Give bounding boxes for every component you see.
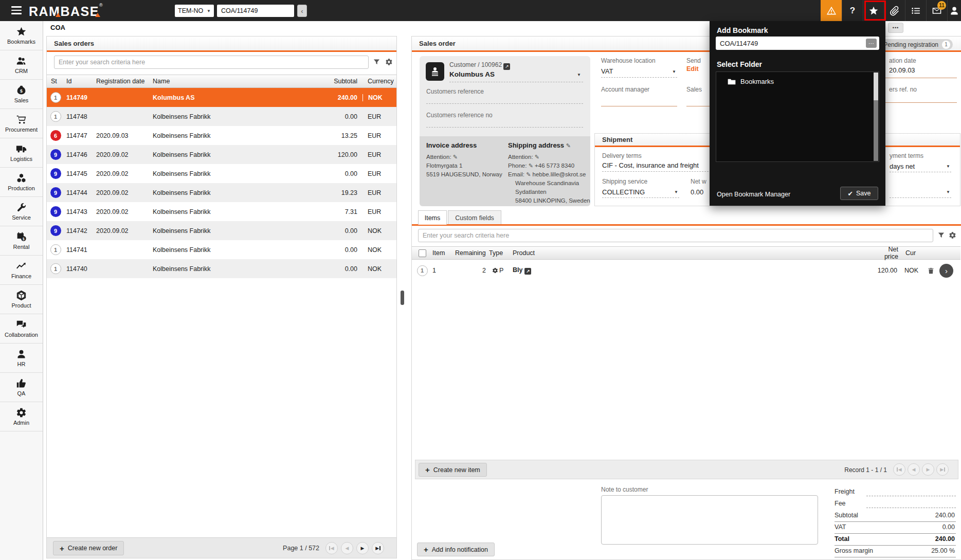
open-bookmark-manager-link[interactable]: Open Bookmark Manager bbox=[717, 191, 790, 198]
table-row[interactable]: 1 114749 Kolumbus AS 240.00 NOK bbox=[47, 88, 396, 107]
folder-item-bookmarks[interactable]: Bookmarks bbox=[716, 72, 879, 85]
create-new-item-button[interactable]: +Create new item bbox=[419, 463, 487, 477]
sidebar-item-product[interactable]: Product bbox=[0, 285, 43, 314]
table-row[interactable]: 9 114744 2020.09.02 Kolbeinsens Fabrikk … bbox=[47, 183, 396, 202]
items-search-input[interactable] bbox=[418, 229, 933, 242]
item-expand-button[interactable]: › bbox=[939, 264, 953, 278]
more-options-button[interactable]: ••• bbox=[888, 23, 903, 33]
delivery-terms-field[interactable]: CIF - Cost, insurance and freight bbox=[602, 161, 721, 172]
edit-pencil-icon[interactable]: ✎ bbox=[535, 154, 539, 160]
help-button[interactable]: ? bbox=[842, 0, 863, 21]
sidebar-item-crm[interactable]: CRM bbox=[0, 50, 43, 80]
gear-icon bbox=[16, 407, 27, 418]
col-st[interactable]: St bbox=[47, 78, 64, 85]
tab-custom-fields[interactable]: Custom fields bbox=[448, 210, 501, 225]
item-row[interactable]: 1 1 2 P Bly ↗ 120.00 NOK › bbox=[412, 260, 960, 281]
delivery-terms-label: Delivery terms bbox=[602, 152, 642, 159]
insert-field-icon[interactable]: ⋯ bbox=[866, 39, 877, 48]
table-row[interactable]: 6 114747 2020.09.03 Kolbeinsens Fabrikk … bbox=[47, 126, 396, 145]
select-all-checkbox[interactable] bbox=[419, 249, 426, 257]
previous-record-button[interactable]: ◀ bbox=[908, 463, 920, 476]
warning-button[interactable] bbox=[821, 0, 842, 21]
add-bookmark-popup: Add Bookmark ⋯ Select Folder Bookmarks O… bbox=[710, 21, 885, 206]
previous-page-button[interactable]: ◀ bbox=[341, 542, 353, 554]
col-id[interactable]: Id bbox=[64, 78, 96, 85]
save-bookmark-button[interactable]: ✔Save bbox=[840, 187, 878, 200]
edit-pencil-icon[interactable]: ✎ bbox=[566, 142, 571, 149]
global-search-input[interactable] bbox=[217, 5, 294, 17]
table-row[interactable]: 1 114740 Kolbeinsens Fabrikk 0.00 NOK bbox=[47, 259, 396, 278]
tab-items[interactable]: Items bbox=[418, 210, 447, 225]
col-registration-date[interactable]: Registration date bbox=[96, 78, 153, 85]
sidebar-item-finance[interactable]: Finance bbox=[0, 256, 43, 285]
items-filter-icon[interactable] bbox=[937, 231, 945, 239]
col-net-price[interactable]: Net price bbox=[873, 246, 898, 260]
edit-pencil-icon[interactable]: ✎ bbox=[529, 162, 533, 169]
first-record-button[interactable]: ◀ bbox=[893, 463, 905, 476]
first-page-button[interactable]: ◀ bbox=[325, 542, 338, 554]
extra-dropdown-field[interactable]: ▼ bbox=[890, 187, 951, 198]
sidebar-item-production[interactable]: Production bbox=[0, 168, 43, 197]
open-customer-icon[interactable]: ↗ bbox=[503, 63, 510, 70]
delete-item-icon[interactable] bbox=[922, 267, 939, 275]
last-page-button[interactable]: ▶ bbox=[372, 542, 384, 554]
filter-icon[interactable] bbox=[373, 58, 380, 66]
edit-pencil-icon[interactable]: ✎ bbox=[526, 171, 531, 177]
attachments-button[interactable] bbox=[884, 0, 905, 21]
sidebar-item-bookmarks[interactable]: Bookmarks bbox=[0, 21, 43, 50]
scope-select[interactable]: TEM-NO▼ bbox=[175, 5, 214, 17]
edit-pencil-icon[interactable]: ✎ bbox=[453, 154, 458, 160]
col-name[interactable]: Name bbox=[153, 78, 313, 85]
sidebar-item-procurement[interactable]: Procurement bbox=[0, 109, 43, 138]
table-row[interactable]: 1 114741 Kolbeinsens Fabrikk 0.00 NOK bbox=[47, 240, 396, 259]
table-row[interactable]: 9 114746 2020.09.02 Kolbeinsens Fabrikk … bbox=[47, 145, 396, 164]
settings-gear-icon[interactable] bbox=[385, 58, 393, 66]
sidebar-item-collaboration[interactable]: Collaboration bbox=[0, 314, 43, 344]
note-to-customer-textarea[interactable] bbox=[601, 495, 818, 545]
next-page-button[interactable]: ▶ bbox=[356, 542, 369, 554]
next-record-button[interactable]: ▶ bbox=[922, 463, 934, 476]
sales-orders-search-input[interactable] bbox=[54, 56, 369, 69]
col-item[interactable]: Item bbox=[432, 249, 455, 257]
col-type[interactable]: Type bbox=[489, 249, 513, 257]
warehouse-location-select[interactable]: VAT ▼ bbox=[601, 66, 677, 78]
bookmark-name-input[interactable] bbox=[716, 37, 879, 50]
task-list-button[interactable] bbox=[905, 0, 926, 21]
last-record-button[interactable]: ▶ bbox=[936, 463, 949, 476]
open-product-icon[interactable]: ↗ bbox=[524, 268, 531, 275]
add-info-notification-button[interactable]: +Add info notification bbox=[417, 543, 495, 556]
col-cur[interactable]: Cur bbox=[898, 249, 923, 257]
customers-reference-field[interactable]: Customers reference bbox=[426, 88, 484, 95]
payment-terms-select[interactable]: days net ▼ bbox=[890, 161, 951, 172]
col-subtotal[interactable]: Subtotal bbox=[313, 78, 362, 85]
sidebar-item-service[interactable]: Service bbox=[0, 197, 43, 226]
sidebar-item-logistics[interactable]: Logistics bbox=[0, 138, 43, 168]
user-button[interactable] bbox=[947, 0, 961, 21]
col-remaining[interactable]: Remaining bbox=[455, 249, 489, 257]
shipping-service-select[interactable]: COLLECTING ▼ bbox=[602, 187, 679, 198]
customers-reference-no-field[interactable]: Customers reference no bbox=[426, 112, 493, 119]
table-row[interactable]: 1 114748 Kolbeinsens Fabrikk 0.00 EUR bbox=[47, 107, 396, 126]
sidebar-item-rental[interactable]: $ Rental bbox=[0, 226, 43, 256]
bookmark-button[interactable] bbox=[863, 0, 884, 21]
col-currency[interactable]: Currency bbox=[362, 78, 393, 85]
customer-dropdown-icon[interactable]: ▼ bbox=[577, 73, 581, 77]
create-new-order-button[interactable]: +Create new order bbox=[53, 541, 124, 555]
folder-list-scrollbar[interactable] bbox=[874, 73, 878, 161]
col-product[interactable]: Product bbox=[513, 249, 873, 257]
messages-button[interactable]: 11 bbox=[926, 0, 947, 21]
panel-resize-handle[interactable] bbox=[401, 291, 404, 305]
table-row[interactable]: 9 114742 2020.09.02 Kolbeinsens Fabrikk … bbox=[47, 221, 396, 240]
hamburger-menu-icon[interactable] bbox=[11, 6, 22, 14]
shipping-address-line2: Sydatlanten bbox=[515, 189, 547, 195]
edit-link[interactable]: Edit bbox=[686, 65, 699, 73]
sidebar-item-sales[interactable]: $ Sales bbox=[0, 80, 43, 109]
sidebar-item-hr[interactable]: HR bbox=[0, 344, 43, 373]
sidebar-item-qa[interactable]: QA bbox=[0, 373, 43, 402]
back-button[interactable]: ‹ bbox=[297, 5, 307, 17]
items-settings-gear-icon[interactable] bbox=[949, 231, 956, 239]
table-row[interactable]: 9 114745 2020.09.02 Kolbeinsens Fabrikk … bbox=[47, 164, 396, 183]
account-manager-field[interactable] bbox=[601, 95, 677, 106]
table-row[interactable]: 9 114743 2020.09.02 Kolbeinsens Fabrikk … bbox=[47, 202, 396, 221]
sidebar-item-admin[interactable]: Admin bbox=[0, 402, 43, 431]
